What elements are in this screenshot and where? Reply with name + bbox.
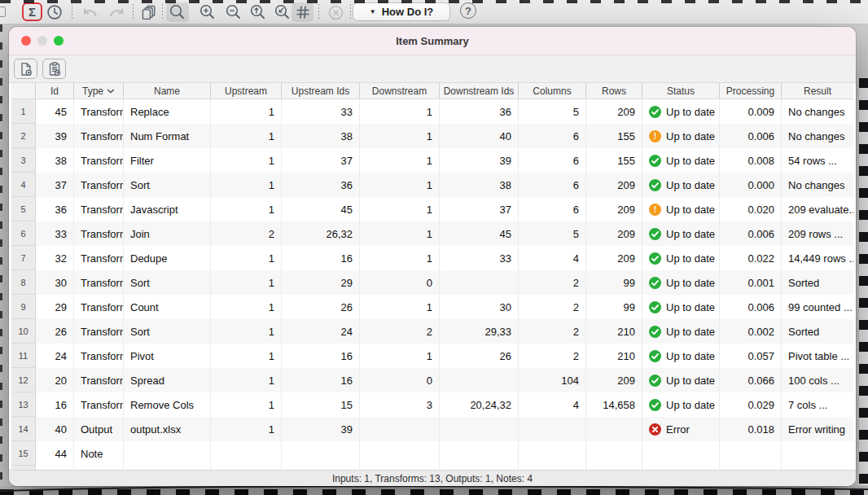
- zoom-to-fit-button[interactable]: [271, 2, 294, 22]
- row-number[interactable]: 8: [11, 270, 36, 295]
- zoom-out-button[interactable]: [222, 2, 245, 22]
- row-number[interactable]: 13: [11, 392, 36, 417]
- row-number[interactable]: 12: [11, 368, 36, 392]
- row-number[interactable]: 14: [11, 417, 36, 441]
- cell-status: !Up to date: [642, 197, 720, 221]
- undo-button[interactable]: [78, 2, 101, 22]
- column-header-downstream[interactable]: Downstream: [360, 83, 440, 99]
- check-icon: [649, 228, 661, 240]
- search-button[interactable]: [166, 2, 189, 22]
- cell-rows: 99: [586, 270, 642, 295]
- column-header-label: Name: [154, 85, 180, 97]
- status-ok-icon: [649, 350, 661, 362]
- cell-processing: 0.008: [720, 148, 782, 173]
- titlebar[interactable]: Item Summary: [9, 27, 856, 55]
- cell-downstream_ids: 40: [440, 124, 519, 148]
- help-button[interactable]: ?: [460, 2, 476, 19]
- column-header-type[interactable]: Type: [74, 83, 124, 99]
- row-number[interactable]: 11: [11, 344, 36, 368]
- status-label: Up to date: [666, 375, 715, 387]
- item-summary-sigma-button[interactable]: Σ: [22, 2, 42, 21]
- cell-downstream_ids: [440, 368, 519, 392]
- cell-columns: 4: [519, 246, 586, 270]
- column-header-id[interactable]: Id: [36, 83, 74, 99]
- cell-id: 26: [36, 319, 74, 344]
- status-label: Up to date: [666, 277, 715, 289]
- column-header-result[interactable]: Result: [782, 83, 853, 99]
- check-icon: [649, 301, 661, 313]
- cell-result: 100 cols ...: [782, 368, 853, 392]
- cell-columns: 6: [519, 197, 586, 221]
- row-number[interactable]: 4: [11, 173, 36, 197]
- cell-id: 29: [36, 295, 74, 319]
- table-body: 145TransformReplace1331365209Up to date0…: [11, 99, 853, 466]
- row-number[interactable]: 15: [11, 441, 36, 466]
- cell-type: Transform: [74, 295, 124, 319]
- column-header-downstream_ids[interactable]: Downstream Ids: [440, 83, 519, 99]
- cell-type: Transform: [74, 319, 124, 344]
- table-row[interactable]: 1026TransformSort124229,332210Up to date…: [11, 319, 853, 344]
- cell-columns: 5: [519, 221, 586, 246]
- cell-columns: 2: [519, 295, 586, 319]
- row-number[interactable]: 5: [11, 197, 36, 221]
- cell-upstream: 1: [211, 392, 282, 417]
- column-header-rows[interactable]: Rows: [586, 83, 642, 99]
- column-header-columns[interactable]: Columns: [519, 83, 586, 99]
- table-row[interactable]: 929TransformCount126130299Up to date0.00…: [11, 295, 853, 319]
- row-number[interactable]: 6: [11, 221, 36, 246]
- cell-processing: 0.006: [720, 295, 782, 319]
- cell-upstream_ids: 38: [282, 124, 360, 148]
- schedule-clock-button[interactable]: [44, 2, 65, 22]
- summary-status-bar: Inputs: 1, Transforms: 13, Outputs: 1, N…: [9, 470, 856, 486]
- table-row[interactable]: 1220TransformSpread1160104209Up to date0…: [11, 368, 853, 392]
- zoom-in-button[interactable]: [196, 2, 219, 22]
- copy-to-clipboard-button[interactable]: [42, 59, 66, 79]
- table-row[interactable]: 145TransformReplace1331365209Up to date0…: [11, 99, 853, 124]
- table-row[interactable]: 536TransformJavascript1451376209!Up to d…: [11, 197, 853, 221]
- column-header-label: Upstream: [225, 85, 267, 97]
- table-row[interactable]: 239TransformNum Format1381406155!Up to d…: [11, 124, 853, 148]
- table-row[interactable]: 732TransformDedupe1161334209Up to date0.…: [11, 246, 853, 270]
- cell-result: No changes: [782, 99, 853, 124]
- table-row[interactable]: 1544Note: [11, 441, 853, 466]
- table-row[interactable]: 830TransformSort1290299Up to date0.001So…: [11, 270, 853, 295]
- cell-upstream: 1: [211, 270, 282, 295]
- row-number[interactable]: 2: [11, 124, 36, 148]
- cell-upstream_ids: 16: [282, 368, 360, 392]
- copy-to-file-button[interactable]: [14, 59, 37, 79]
- how-do-i-label: How Do I?: [382, 6, 434, 18]
- how-do-i-button[interactable]: ▼ How Do I?: [353, 2, 450, 21]
- column-header-status[interactable]: Status: [642, 83, 720, 99]
- table-row[interactable]: 1316TransformRemove Cols115320,24,32414,…: [11, 392, 853, 417]
- cell-result: [782, 441, 853, 466]
- row-number[interactable]: 7: [11, 246, 36, 270]
- cancel-button[interactable]: [324, 2, 347, 22]
- cell-columns: 6: [519, 148, 586, 173]
- status-ok-icon: [649, 106, 661, 118]
- table-row[interactable]: 338TransformFilter1371396155Up to date0.…: [11, 148, 853, 173]
- row-number[interactable]: 3: [11, 148, 36, 173]
- cell-upstream: 1: [211, 99, 282, 124]
- table-row[interactable]: 1440Outputoutput.xlsx139Error0.018Error …: [11, 417, 853, 441]
- zoom-actual-size-button[interactable]: [247, 2, 270, 22]
- background-right-marks: [859, 78, 868, 485]
- column-header-name[interactable]: Name: [124, 83, 211, 99]
- check-icon: [649, 106, 661, 118]
- column-header-upstream_ids[interactable]: Upstream Ids: [282, 83, 360, 99]
- status-ok-icon: [649, 277, 661, 289]
- column-header-processing[interactable]: Processing: [720, 83, 782, 99]
- cell-upstream: 1: [211, 417, 282, 441]
- triangle-down-icon: ▼: [370, 8, 376, 15]
- duplicate-button[interactable]: [138, 2, 160, 22]
- background-toolbar: Σ ▼ How Do I? ?: [0, 0, 868, 24]
- column-header-upstream[interactable]: Upstream: [211, 83, 282, 99]
- row-number[interactable]: 10: [11, 319, 36, 344]
- table-row[interactable]: 1124TransformPivot1161262210Up to date0.…: [11, 344, 853, 368]
- table-row[interactable]: 437TransformSort1361386209Up to date0.00…: [11, 173, 853, 197]
- redo-button[interactable]: [106, 2, 129, 22]
- row-number[interactable]: 1: [11, 99, 36, 124]
- column-header-label: Rows: [602, 85, 626, 97]
- grid-snap-button[interactable]: [292, 2, 313, 22]
- row-number[interactable]: 9: [11, 295, 36, 319]
- table-row[interactable]: 633TransformJoin226,321455209Up to date0…: [11, 221, 853, 246]
